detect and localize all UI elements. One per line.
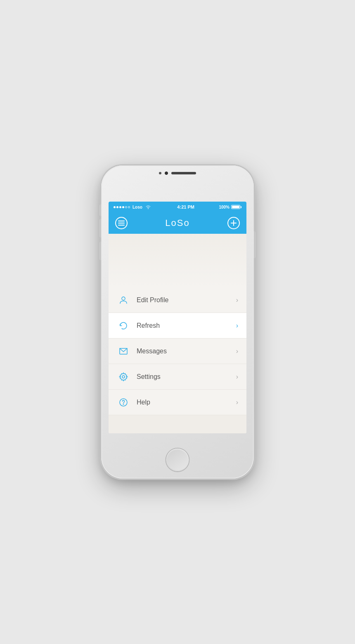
gear-icon (117, 370, 130, 383)
menu-item-messages[interactable]: Messages › (109, 338, 246, 364)
app-logo: LoSo (165, 218, 189, 228)
signal-dot-3 (119, 206, 121, 208)
svg-point-8 (122, 376, 125, 378)
refresh-chevron: › (236, 322, 238, 329)
home-button[interactable] (166, 449, 189, 471)
menu-item-refresh[interactable]: Refresh › (109, 313, 246, 338)
power-button[interactable] (254, 231, 256, 258)
settings-chevron: › (236, 373, 238, 381)
menu-item-help[interactable]: Help › (109, 390, 246, 415)
menu-item-settings[interactable]: Settings › (109, 364, 246, 390)
phone-body: Loso 4:21 PM 100% (101, 165, 254, 479)
status-right: 100% (219, 205, 241, 209)
volume-down-button[interactable] (99, 242, 101, 260)
person-icon (117, 294, 130, 307)
refresh-label: Refresh (137, 322, 236, 329)
silent-button[interactable] (99, 204, 101, 216)
messages-chevron: › (236, 348, 238, 355)
speaker-dot (159, 172, 161, 174)
edit-profile-label: Edit Profile (137, 296, 236, 304)
signal-strength (114, 206, 130, 208)
screen-content: Loso 4:21 PM 100% (109, 202, 246, 433)
front-camera (165, 172, 168, 175)
menu-button[interactable] (115, 217, 128, 229)
help-chevron: › (236, 399, 238, 406)
phone-screen: Loso 4:21 PM 100% (109, 202, 246, 433)
app-header: LoSo (109, 212, 246, 234)
help-icon (117, 396, 130, 409)
svg-point-0 (148, 208, 149, 209)
svg-rect-2 (118, 223, 125, 223)
volume-up-button[interactable] (99, 219, 101, 237)
signal-dot-4 (122, 206, 124, 208)
phone-wrapper: Loso 4:21 PM 100% (91, 145, 264, 499)
wifi-icon (145, 205, 151, 209)
signal-dot-5 (125, 206, 127, 208)
status-bar: Loso 4:21 PM 100% (109, 202, 246, 212)
messages-label: Messages (137, 348, 236, 355)
svg-point-10 (123, 404, 124, 404)
svg-rect-3 (118, 225, 125, 226)
add-button[interactable] (227, 217, 240, 229)
edit-profile-chevron: › (236, 296, 238, 304)
svg-rect-5 (231, 223, 237, 223)
status-left: Loso (114, 205, 153, 209)
signal-dot-1 (114, 206, 116, 208)
speaker-grille (171, 172, 196, 174)
app-content: Edit Profile › Refresh (109, 234, 246, 433)
help-label: Help (137, 399, 236, 406)
battery-icon (231, 205, 241, 209)
carrier-label: Loso (133, 205, 142, 209)
mail-icon (117, 345, 130, 358)
profile-area (109, 234, 246, 287)
signal-dot-2 (116, 206, 118, 208)
menu-spacer (109, 415, 246, 433)
svg-rect-1 (118, 221, 125, 221)
menu-item-edit-profile[interactable]: Edit Profile › (109, 287, 246, 313)
phone-top-notch (159, 172, 196, 175)
status-time: 4:21 PM (177, 204, 194, 209)
refresh-icon (117, 319, 130, 332)
signal-dot-6 (128, 206, 130, 208)
svg-point-6 (122, 297, 125, 300)
menu-list: Edit Profile › Refresh (109, 287, 246, 433)
settings-label: Settings (137, 373, 236, 381)
battery-percent: 100% (219, 205, 230, 209)
